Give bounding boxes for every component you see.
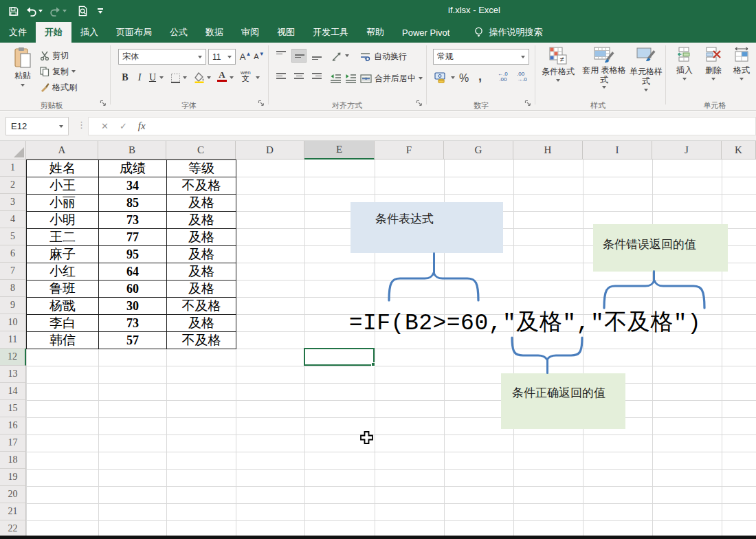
row-header-7[interactable]: 7 <box>0 263 26 280</box>
format-dropdown-icon[interactable] <box>740 78 744 80</box>
borders-icon[interactable] <box>170 70 181 85</box>
dialog-launcher-icon[interactable] <box>416 100 423 107</box>
align-bottom-icon[interactable] <box>309 49 324 63</box>
row-header-4[interactable]: 4 <box>0 211 26 228</box>
table-cell[interactable]: 王二 <box>27 229 99 246</box>
cell-styles-button[interactable]: 单元格样式 <box>628 47 664 91</box>
align-left-icon[interactable] <box>274 71 289 85</box>
row-header-12[interactable]: 12 <box>0 349 26 366</box>
row-header-5[interactable]: 5 <box>0 228 26 245</box>
conditional-dropdown-icon[interactable] <box>556 79 560 82</box>
phonetic-guide-icon[interactable]: wén 文 <box>241 68 251 83</box>
table-cell[interactable]: 韩信 <box>27 332 99 349</box>
table-cell[interactable]: 85 <box>99 195 167 212</box>
row-header-22[interactable]: 22 <box>0 520 26 536</box>
orientation-dropdown-icon[interactable] <box>345 54 349 57</box>
row-header-3[interactable]: 3 <box>0 194 26 211</box>
row-header-17[interactable]: 17 <box>0 434 26 452</box>
table-cell[interactable]: 34 <box>99 177 167 195</box>
column-header-B[interactable]: B <box>98 141 166 160</box>
row-header-20[interactable]: 20 <box>0 486 26 503</box>
row-header-13[interactable]: 13 <box>0 366 26 383</box>
table-cell[interactable]: 60 <box>99 280 167 298</box>
tab-帮助[interactable]: 帮助 <box>357 22 393 43</box>
format-as-table-button[interactable]: 套用 表格格式 <box>581 47 627 89</box>
tab-数据[interactable]: 数据 <box>197 22 232 43</box>
font-color-dropdown-icon[interactable] <box>230 76 234 79</box>
name-box-dropdown-icon[interactable] <box>59 125 63 128</box>
row-header-19[interactable]: 19 <box>0 469 26 486</box>
font-size-combo[interactable]: 11 <box>208 49 236 65</box>
save-icon[interactable] <box>8 6 19 16</box>
table-cell[interactable]: 及格 <box>167 315 236 332</box>
selected-cell-E12[interactable] <box>304 348 375 366</box>
number-format-combo[interactable]: 常规 <box>433 49 529 65</box>
copy-dropdown-icon[interactable] <box>71 70 76 73</box>
column-header-F[interactable]: F <box>375 141 444 160</box>
accounting-format-button[interactable] <box>434 71 455 85</box>
fill-color-icon[interactable] <box>194 70 205 85</box>
row-header-16[interactable]: 16 <box>0 417 26 434</box>
increase-indent-icon[interactable] <box>345 71 357 86</box>
table-cell[interactable]: 73 <box>99 212 167 229</box>
table-cell[interactable]: 及格 <box>167 280 236 298</box>
accounting-dropdown-icon[interactable] <box>451 76 455 79</box>
table-header-cell[interactable]: 成绩 <box>99 160 167 177</box>
row-header-10[interactable]: 10 <box>0 314 26 331</box>
bold-button[interactable]: B <box>120 70 131 85</box>
table-header-cell[interactable]: 等级 <box>167 160 236 177</box>
table-cell[interactable]: 鲁班 <box>27 280 99 298</box>
dialog-launcher-icon[interactable] <box>100 100 107 107</box>
undo-dropdown-icon[interactable] <box>38 10 43 12</box>
column-header-C[interactable]: C <box>166 141 236 160</box>
table-cell[interactable]: 77 <box>99 229 167 246</box>
name-box[interactable]: E12 <box>5 117 69 135</box>
row-header-9[interactable]: 9 <box>0 297 26 314</box>
table-cell[interactable]: 不及格 <box>167 332 236 349</box>
insert-dropdown-icon[interactable] <box>682 78 687 80</box>
cancel-icon[interactable]: ✕ <box>101 121 109 131</box>
row-header-14[interactable]: 14 <box>0 383 26 400</box>
row-header-11[interactable]: 11 <box>0 331 26 349</box>
align-top-icon[interactable] <box>274 49 289 63</box>
cell-styles-dropdown-icon[interactable] <box>644 89 648 91</box>
table-cell[interactable]: 及格 <box>167 212 236 229</box>
font-name-combo[interactable]: 宋体 <box>118 49 206 65</box>
tab-开始[interactable]: 开始 <box>36 22 71 43</box>
table-cell[interactable]: 麻子 <box>27 246 99 263</box>
increase-decimal-icon[interactable]: ←.0 .00 <box>498 72 508 82</box>
font-color-icon[interactable]: A <box>217 69 227 84</box>
tab-页面布局[interactable]: 页面布局 <box>107 22 161 43</box>
align-center-icon[interactable] <box>291 71 307 85</box>
column-header-I[interactable]: I <box>583 141 652 160</box>
row-header-6[interactable]: 6 <box>0 245 26 263</box>
fill-color-dropdown-icon[interactable] <box>207 76 211 79</box>
orientation-icon[interactable] <box>331 49 342 64</box>
percent-style-button[interactable]: % <box>459 71 469 86</box>
format-painter-button[interactable]: 格式刷 <box>40 80 77 94</box>
customize-quick-access-icon[interactable] <box>98 8 103 14</box>
copy-button[interactable]: 复制 <box>40 65 76 78</box>
table-cell[interactable]: 小红 <box>27 263 99 280</box>
select-all-corner[interactable] <box>0 141 26 160</box>
table-cell[interactable]: 57 <box>99 332 167 349</box>
paste-button[interactable]: 粘贴 <box>7 47 38 87</box>
table-cell[interactable]: 小明 <box>27 212 99 229</box>
grow-font-icon[interactable]: A▲ <box>239 49 252 64</box>
row-header-21[interactable]: 21 <box>0 503 26 520</box>
decrease-decimal-icon[interactable]: .00→.0 <box>517 72 527 82</box>
column-header-K[interactable]: K <box>722 141 756 160</box>
enter-icon[interactable]: ✓ <box>120 121 127 131</box>
column-header-E[interactable]: E <box>304 141 375 160</box>
merge-dropdown-icon[interactable] <box>419 77 423 80</box>
table-cell[interactable]: 小丽 <box>27 195 99 212</box>
column-header-J[interactable]: J <box>652 141 722 160</box>
table-cell[interactable]: 73 <box>99 315 167 332</box>
table-header-cell[interactable]: 姓名 <box>27 160 99 177</box>
conditional-formatting-button[interactable]: ≠ 条件格式 <box>537 47 579 82</box>
row-header-8[interactable]: 8 <box>0 280 26 297</box>
column-header-G[interactable]: G <box>444 141 513 160</box>
tab-文件[interactable]: 文件 <box>0 22 36 43</box>
tab-公式[interactable]: 公式 <box>161 22 197 43</box>
delete-cells-button[interactable]: 删除 <box>700 47 727 80</box>
